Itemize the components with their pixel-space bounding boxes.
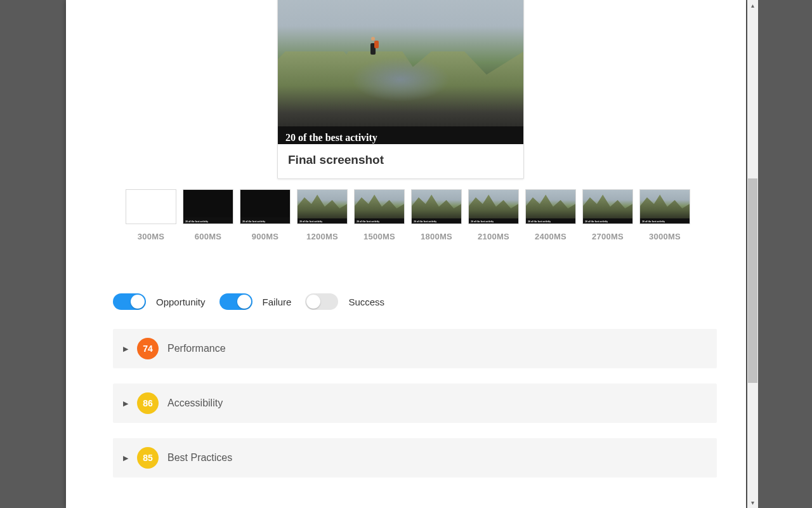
filter-toggles: Opportunity Failure Success	[113, 293, 388, 310]
expand-caret-icon: ▶	[123, 454, 128, 462]
toggle-opportunity[interactable]	[113, 293, 146, 310]
report-body: 20 of the best activity holidays in the …	[95, 0, 731, 508]
audit-score-badge: 86	[137, 392, 159, 414]
filmstrip-time-label: 2100MS	[468, 232, 519, 241]
screenshot-caption: 20 of the best activity holidays in the …	[278, 126, 523, 144]
expand-caret-icon: ▶	[123, 345, 128, 353]
audit-title: Performance	[167, 343, 226, 354]
filmstrip-item[interactable]: 20 of the best activity1800MS	[411, 189, 462, 241]
filmstrip-thumb: 20 of the best activity	[297, 189, 348, 224]
audit-section[interactable]: ▶74Performance	[113, 329, 717, 368]
scrollbar-track[interactable]	[747, 11, 758, 497]
filmstrip-item[interactable]: 20 of the best activity900MS	[240, 189, 291, 241]
final-screenshot-image: 20 of the best activity holidays in the …	[278, 0, 523, 144]
filmstrip-thumb: 20 of the best activity	[639, 189, 690, 224]
filmstrip-item[interactable]: 20 of the best activity3000MS	[639, 189, 690, 241]
audit-list: ▶74Performance▶86Accessibility▶85Best Pr…	[113, 329, 717, 493]
filmstrip-item[interactable]: 20 of the best activity2400MS	[525, 189, 576, 241]
filmstrip-time-label: 1800MS	[411, 232, 462, 241]
filmstrip-time-label: 2400MS	[525, 232, 576, 241]
audit-section[interactable]: ▶86Accessibility	[113, 384, 717, 423]
toggle-opportunity-label: Opportunity	[156, 297, 206, 307]
filmstrip-time-label: 900MS	[240, 232, 291, 241]
filmstrip-item[interactable]: 20 of the best activity2100MS	[468, 189, 519, 241]
toggle-failure[interactable]	[219, 293, 252, 310]
scroll-down-button[interactable]: ▾	[747, 497, 758, 508]
toggle-success[interactable]	[305, 293, 338, 310]
filmstrip-time-label: 1500MS	[354, 232, 405, 241]
filmstrip-item[interactable]: 20 of the best activity1200MS	[297, 189, 348, 241]
filmstrip-time-label: 300MS	[126, 232, 176, 241]
filmstrip-thumb: 20 of the best activity	[411, 189, 462, 224]
filmstrip-time-label: 3000MS	[639, 232, 690, 241]
filmstrip-item[interactable]: 300MS	[126, 189, 176, 241]
filmstrip-thumb: 20 of the best activity	[183, 189, 233, 224]
filmstrip-item[interactable]: 20 of the best activity2700MS	[582, 189, 633, 241]
audit-title: Accessibility	[167, 398, 223, 409]
filmstrip-item[interactable]: 20 of the best activity600MS	[183, 189, 233, 241]
expand-caret-icon: ▶	[123, 399, 128, 408]
filmstrip-thumb	[126, 189, 176, 224]
caption-line-1: 20 of the best activity	[285, 132, 377, 143]
toggle-success-label: Success	[348, 297, 384, 307]
filmstrip-item[interactable]: 20 of the best activity1500MS	[354, 189, 405, 241]
filmstrip-time-label: 1200MS	[297, 232, 348, 241]
audit-score-badge: 74	[137, 338, 159, 359]
filmstrip-thumb: 20 of the best activity	[582, 189, 633, 224]
filmstrip-thumb: 20 of the best activity	[468, 189, 519, 224]
filmstrip-timeline: 300MS20 of the best activity600MS20 of t…	[126, 189, 700, 241]
filmstrip-thumb: 20 of the best activity	[525, 189, 576, 224]
filmstrip-time-label: 2700MS	[582, 232, 633, 241]
scroll-up-button[interactable]: ▴	[747, 0, 758, 11]
scrollbar-thumb[interactable]	[748, 178, 757, 383]
final-screenshot-card: 20 of the best activity holidays in the …	[277, 0, 524, 179]
filmstrip-time-label: 600MS	[183, 232, 233, 241]
filmstrip-thumb: 20 of the best activity	[240, 189, 291, 224]
toggle-failure-label: Failure	[263, 297, 292, 307]
audit-section[interactable]: ▶85Best Practices	[113, 438, 717, 478]
final-screenshot-label: Final screenshot	[278, 144, 523, 178]
audit-title: Best Practices	[167, 452, 232, 464]
audit-score-badge: 85	[137, 447, 159, 469]
report-viewport: ▴ ▾ 20 of the best activity holidays in …	[66, 0, 746, 508]
filmstrip-thumb: 20 of the best activity	[354, 189, 405, 224]
